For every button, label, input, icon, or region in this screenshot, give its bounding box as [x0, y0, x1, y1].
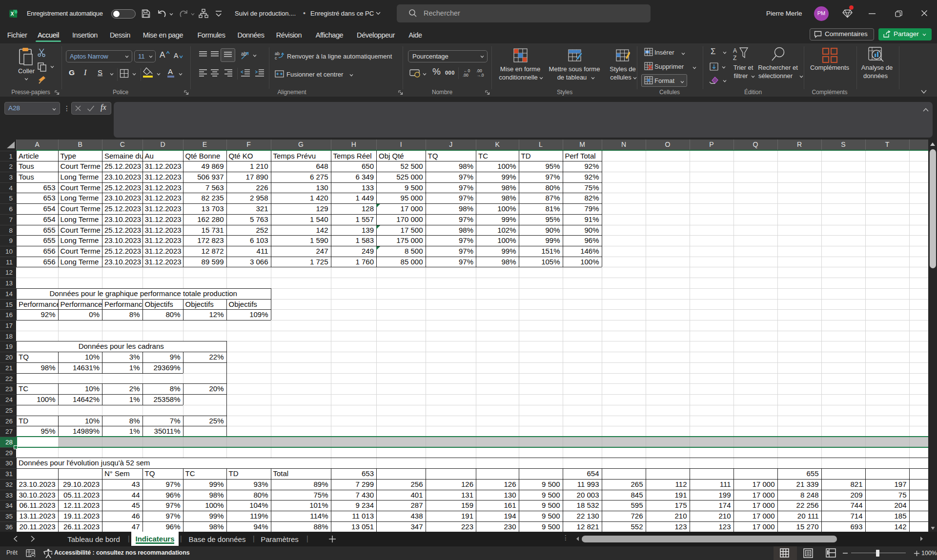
svg-text:Z: Z — [733, 55, 736, 61]
svg-text:→.0: →.0 — [476, 73, 484, 78]
svg-text:A: A — [733, 47, 737, 54]
svg-text:X: X — [11, 11, 14, 17]
svg-text:.00: .00 — [463, 73, 468, 78]
svg-text:c: c — [275, 56, 277, 60]
svg-text:ab: ab — [241, 51, 247, 57]
